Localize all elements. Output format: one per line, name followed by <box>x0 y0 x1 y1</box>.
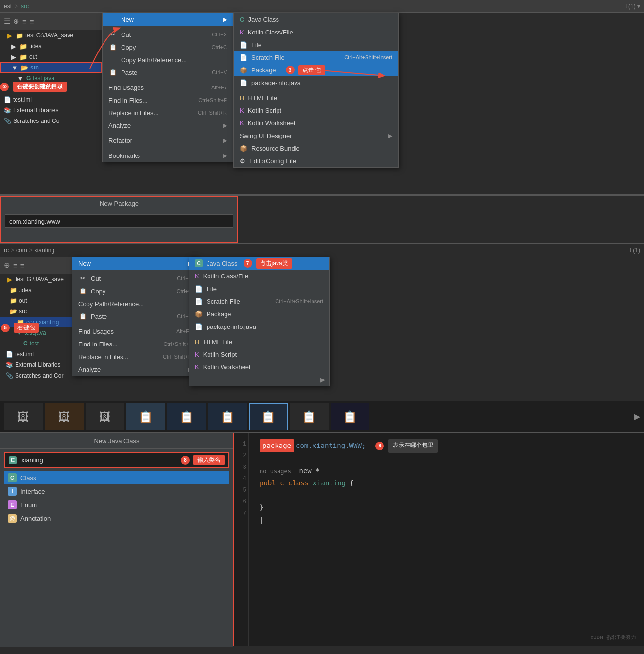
thumb-3[interactable]: 🖼 <box>86 403 124 430</box>
s3-submenu-html[interactable]: H HTML File <box>189 335 329 348</box>
s3-toolbar-col1[interactable]: ≡ <box>13 261 17 270</box>
libs-icon: 📚 <box>4 107 11 114</box>
s3-submenu-scratch[interactable]: 📄 Scratch File Ctrl+Alt+Shift+Insert <box>189 295 329 308</box>
tree-item-src[interactable]: ▼ 📂 src <box>0 62 102 73</box>
toolbar-icon-add[interactable]: ⊕ <box>13 17 19 26</box>
s3-submenu-package[interactable]: 📦 Package <box>189 308 329 320</box>
submenu-resourcebundle[interactable]: 📦 Resource Bundle <box>234 142 398 155</box>
thumb-2[interactable]: 🖼 <box>45 403 84 430</box>
menu-divider-4 <box>103 148 233 148</box>
s3-menu-copy[interactable]: 📋 Copy Ctrl+C <box>72 285 198 297</box>
s3-menu-paste[interactable]: 📋 Paste Ctrl+V <box>72 310 198 323</box>
refactor-arrow: ▶ <box>223 138 227 144</box>
s3-menu-findusages[interactable]: Find Usages Alt+F7 <box>72 325 198 338</box>
tree-item-iml[interactable]: 📄 test.iml <box>0 94 102 105</box>
window-badge: t (1) ▾ <box>625 3 640 10</box>
package-value: com.xianting.WWW; <box>296 440 366 452</box>
thumb-1[interactable]: 🖼 <box>4 403 43 430</box>
menu-bookmarks-label: Bookmarks <box>108 152 140 159</box>
kotlinworksheet-icon: K <box>240 120 244 127</box>
s3-menu-replaceinfiles[interactable]: Replace in Files... Ctrl+Shift+R <box>72 350 198 363</box>
thumb-6[interactable]: 📋 <box>208 403 247 430</box>
thumb-9[interactable]: 📋 <box>331 403 369 430</box>
menu-paste-label: Paste <box>121 69 137 76</box>
thumb-7[interactable]: 📋 <box>249 403 288 430</box>
thumb-8[interactable]: 📋 <box>290 403 329 430</box>
tree-label-idea: .idea <box>29 43 98 50</box>
java-type-annotation[interactable]: @ Annotation <box>4 512 229 525</box>
s3-pkginfo-icon: 📄 <box>195 323 203 330</box>
menu-item-refactor[interactable]: Refactor ▶ <box>103 134 233 147</box>
s3-idea-icon: 📁 <box>10 287 17 293</box>
submenu-packageinfo[interactable]: 📄 package-info.java <box>234 76 398 89</box>
menu-item-cut[interactable]: ✂ Cut Ctrl+X <box>103 28 233 41</box>
tree-item-test[interactable]: ▶ 📁 test G:\JAVA_save <box>0 30 102 41</box>
menu-item-findusages[interactable]: Find Usages Alt+F7 <box>103 81 233 94</box>
annotation-type-label: Annotation <box>20 515 51 522</box>
submenu-kotlinscript[interactable]: K Kotlin Script <box>234 104 398 117</box>
submenu-javaclass[interactable]: C Java Class <box>234 13 398 26</box>
findusages-shortcut: Alt+F7 <box>211 85 227 90</box>
s3-menu-copypath[interactable]: Copy Path/Reference... <box>72 297 198 310</box>
tree-item-scratches[interactable]: 📎 Scratches and Co <box>0 116 102 126</box>
menu-item-copypath[interactable]: Copy Path/Reference... <box>103 53 233 66</box>
menu-item-bookmarks[interactable]: Bookmarks ▶ <box>103 149 233 162</box>
submenu-kotlinclass[interactable]: K Kotlin Class/File <box>234 26 398 38</box>
toolbar-icon-menu[interactable]: ☰ <box>4 17 10 26</box>
kotlinclass-icon: K <box>240 29 244 36</box>
menu-item-analyze[interactable]: Analyze ▶ <box>103 119 233 132</box>
submenu-htmlfile[interactable]: H HTML File <box>234 91 398 104</box>
package-name-input[interactable] <box>5 214 233 228</box>
bc-com: com <box>16 247 27 254</box>
thumb3-content: 🖼 <box>99 410 111 424</box>
s3-toolbar-add[interactable]: ⊕ <box>4 261 10 270</box>
menu-findusages-label: Find Usages <box>108 84 144 91</box>
java-type-enum[interactable]: E Enum <box>4 498 229 512</box>
submenu-kotlinworksheet[interactable]: K Kotlin Worksheet <box>234 117 398 129</box>
thumb-more-arrow[interactable]: ▶ <box>634 412 640 421</box>
submenu-swingui[interactable]: Swing UI Designer ▶ <box>234 129 398 142</box>
enum-type-label: Enum <box>20 501 37 509</box>
java-type-interface[interactable]: I Interface <box>4 484 229 498</box>
submenu-scratchfile[interactable]: 📄 Scratch File Ctrl+Alt+Shift+Insert <box>234 51 398 64</box>
tree-item-out[interactable]: ▶ 📁 out <box>0 52 102 62</box>
s3-toolbar-col2[interactable]: ≡ <box>20 261 25 270</box>
s3-menu-findinfiles[interactable]: Find in Files... Ctrl+Shift+F <box>72 338 198 350</box>
menu-item-copy[interactable]: 📋 Copy Ctrl+C <box>103 41 233 53</box>
s3-menu-cut[interactable]: ✂ Cut Ctrl+X <box>72 272 198 285</box>
submenu-package[interactable]: 📦 Package 3 点击 包 <box>234 64 398 76</box>
s3-submenu-kotlinclass[interactable]: K Kotlin Class/File <box>189 270 329 282</box>
s3-menu-new[interactable]: New ▶ 6 点击新建 <box>72 257 198 270</box>
thumb-4[interactable]: 📋 <box>126 403 165 430</box>
tree-item-idea[interactable]: ▶ 📁 .idea <box>0 41 102 52</box>
tree-item-extlibs[interactable]: 📚 External Libraries <box>0 105 102 116</box>
arrow-icon-out: ▶ <box>10 53 17 61</box>
s3-submenu-pkginfo[interactable]: 📄 package-info.java <box>189 320 329 333</box>
s3-kw-label: Kotlin Worksheet <box>203 363 251 371</box>
java-class-name-input[interactable] <box>19 454 177 465</box>
line-numbers: 1 2 3 4 5 6 7 <box>234 433 249 646</box>
thumb-5[interactable]: 📋 <box>167 403 206 430</box>
submenu-file[interactable]: 📄 File <box>234 38 398 51</box>
toolbar-icon-settings[interactable]: ≡ <box>30 17 34 26</box>
menu-item-findinfiles[interactable]: Find in Files... Ctrl+Shift+F <box>103 94 233 106</box>
breadcrumb-src: src <box>21 3 29 10</box>
s3-submenu-kw[interactable]: K Kotlin Worksheet <box>189 361 329 373</box>
submenu-resourcebundle-label: Resource Bundle <box>251 145 300 152</box>
s3-kw-icon: K <box>195 363 199 371</box>
s3-submenu-file[interactable]: 📄 File <box>189 282 329 295</box>
toolbar-icon-collapse[interactable]: ≡ <box>22 17 27 26</box>
menu-item-new[interactable]: New ▶ 2 点击 新建 <box>103 13 233 26</box>
badge-8: 8 <box>181 456 190 465</box>
menu-item-replaceinfiles[interactable]: Replace in Files... Ctrl+Shift+R <box>103 106 233 119</box>
submenu-editorconfig[interactable]: ⚙ EditorConfig File <box>234 155 398 167</box>
s3-cut-label: Cut <box>91 275 101 282</box>
s3-class-icon: C <box>23 340 28 347</box>
s3-submenu-javaclass[interactable]: C Java Class 7 点击java类 <box>189 257 329 270</box>
analyze-arrow: ▶ <box>223 122 227 129</box>
badge-3: 3 <box>286 66 295 74</box>
java-type-class[interactable]: C Class <box>4 471 229 484</box>
menu-item-paste[interactable]: 📋 Paste Ctrl+V <box>103 66 233 79</box>
s3-submenu-ks[interactable]: K Kotlin Script <box>189 348 329 361</box>
s3-menu-analyze[interactable]: Analyze ▶ <box>72 363 198 376</box>
